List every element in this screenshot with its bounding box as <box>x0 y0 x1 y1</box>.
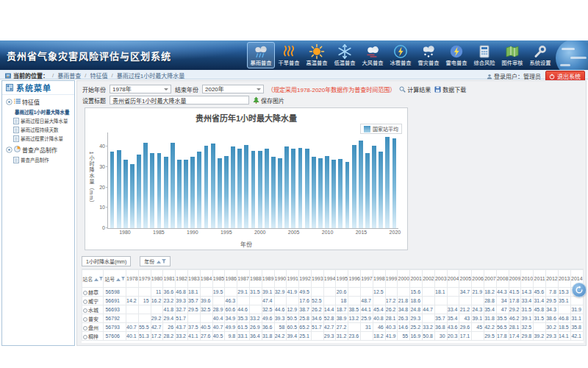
station-id: 56598 <box>104 288 126 297</box>
col-year-1986[interactable]: 1986 <box>225 270 237 288</box>
col-year-1999[interactable]: 1999 <box>385 270 398 288</box>
col-year-2006[interactable]: 2006 <box>472 270 484 288</box>
row-radio-icon[interactable] <box>83 317 87 322</box>
sidebar-item[interactable]: 暴雨过程持续天数 <box>2 125 74 134</box>
value-cell: 44.6 <box>237 305 250 314</box>
sidebar-item[interactable]: 暴雨过程累计降水量 <box>2 134 74 143</box>
col-year-1982[interactable]: 1982 <box>176 270 188 288</box>
calc-result-button[interactable]: 计算结果 <box>399 85 431 93</box>
nav-item-gale[interactable]: 大风普查 <box>359 42 387 68</box>
table-row[interactable]: 威宁5669114.21516.223.239.335.739.646.347.… <box>82 297 584 305</box>
nav-item-rainstorm[interactable]: 暴雨普查 <box>247 42 275 68</box>
col-year-1980[interactable]: 1980 <box>151 270 163 288</box>
sort-asc-icon[interactable] <box>157 258 161 263</box>
chart-title-input[interactable] <box>110 96 249 105</box>
col-station[interactable]: 站名 <box>82 270 104 288</box>
col-year-1979[interactable]: 1979 <box>138 270 151 288</box>
end-year-select[interactable]: 2020年 <box>202 85 264 93</box>
breadcrumb-item-2[interactable]: 特征值 <box>90 71 107 79</box>
col-year-1996[interactable]: 1996 <box>348 270 361 288</box>
table-row[interactable]: 桐梓5760640.151.317.228.233.241.127.640.59… <box>82 332 584 341</box>
value-cell: 47.4 <box>262 297 274 305</box>
col-year-2001[interactable]: 2001 <box>410 270 423 288</box>
row-radio-icon[interactable] <box>83 300 87 304</box>
col-year-1988[interactable]: 1988 <box>249 270 262 288</box>
row-radio-icon[interactable] <box>83 326 87 330</box>
col-year-1995[interactable]: 1995 <box>336 270 348 288</box>
save-image-button[interactable]: 保存图片 <box>253 96 284 105</box>
nav-item-high-temp[interactable]: 高温普查 <box>303 42 331 68</box>
col-year-1991[interactable]: 1991 <box>287 270 299 288</box>
col-year-1987[interactable]: 1987 <box>237 270 250 288</box>
sort-asc-icon[interactable] <box>116 276 121 281</box>
data-download-button[interactable]: 数据下载 <box>434 85 466 93</box>
nav-item-label: 雷电普查 <box>445 60 468 67</box>
start-year-select[interactable]: 1978年 <box>110 85 171 93</box>
nav-item-risk[interactable]: 综合风险 <box>470 42 498 68</box>
row-radio-icon[interactable] <box>83 335 87 339</box>
breadcrumb-item-3[interactable]: 暴雨过程1小时最大降水量 <box>117 71 184 79</box>
bar-2020 <box>391 132 398 228</box>
col-year-2000[interactable]: 2000 <box>398 270 410 288</box>
value-cell <box>237 297 250 305</box>
filter-funnel-icon[interactable] <box>99 277 103 280</box>
col-year-2004[interactable]: 2004 <box>447 270 459 288</box>
value-cell: 17.1 <box>459 332 472 341</box>
nav-item-low-temp[interactable]: 低温普查 <box>331 42 359 68</box>
filter-funnel-icon[interactable] <box>162 259 166 263</box>
table-row[interactable]: 盘州5679340.755.542.72643.737.540.540.749.… <box>82 323 584 332</box>
col-year-2008[interactable]: 2008 <box>496 270 509 288</box>
sidebar-item[interactable]: 暴雨过程日最大降水量 <box>2 116 74 125</box>
nav-item-settings[interactable]: 系统设置 <box>526 42 554 68</box>
col-year-2011[interactable]: 2011 <box>534 270 546 288</box>
nav-item-hail[interactable]: 冰雹普查 <box>387 42 415 68</box>
row-radio-icon[interactable] <box>83 308 87 313</box>
col-year-1983[interactable]: 1983 <box>187 270 200 288</box>
col-year-2010[interactable]: 2010 <box>521 270 534 288</box>
sidebar-item[interactable]: 普查产品制作 <box>2 155 74 164</box>
row-radio-icon[interactable] <box>83 291 87 295</box>
col-year-1989[interactable]: 1989 <box>262 270 274 288</box>
col-year-2005[interactable]: 2005 <box>459 270 472 288</box>
col-year-1985[interactable]: 1985 <box>212 270 225 288</box>
snow-icon <box>415 43 442 60</box>
sort-asc-icon[interactable] <box>94 276 98 281</box>
col-year-1978[interactable]: 1978 <box>126 270 138 288</box>
col-year-2007[interactable]: 2007 <box>484 270 497 288</box>
sidebar-group-0: 特征值暴雨过程1小时最大降水量暴雨过程日最大降水量暴雨过程持续天数暴雨过程累计降… <box>2 98 74 143</box>
nav-item-drought[interactable]: 干旱普查 <box>275 42 303 68</box>
refresh-float-button[interactable] <box>572 283 587 297</box>
col-year-1984[interactable]: 1984 <box>200 270 212 288</box>
col-year-1994[interactable]: 1994 <box>323 270 336 288</box>
col-year-1993[interactable]: 1993 <box>311 270 323 288</box>
col-year-1998[interactable]: 1998 <box>373 270 385 288</box>
col-year-2012[interactable]: 2012 <box>546 270 559 288</box>
breadcrumb-item-1[interactable]: 暴雨普查 <box>57 71 81 79</box>
col-year-1990[interactable]: 1990 <box>274 270 287 288</box>
col-year-2003[interactable]: 2003 <box>434 270 447 288</box>
y-tick-30: 30 <box>99 164 105 169</box>
sidebar-group-toggle[interactable]: 普查产品制作 <box>2 146 74 154</box>
sidebar-group-toggle[interactable]: 特征值 <box>2 98 74 106</box>
col-station-id[interactable]: 站号 <box>104 270 126 288</box>
col-year-1981[interactable]: 1981 <box>163 270 176 288</box>
sidebar-item[interactable]: 暴雨过程1小时最大降水量 <box>2 107 74 116</box>
value-cell: 36.4 <box>249 332 262 341</box>
col-year-1992[interactable]: 1992 <box>299 270 312 288</box>
settings-icon <box>527 43 553 60</box>
col-year-2002[interactable]: 2002 <box>423 270 435 288</box>
filter-funnel-icon[interactable] <box>121 277 125 280</box>
nav-item-snow[interactable]: 雪灾普查 <box>415 42 442 68</box>
value-cell <box>373 297 385 305</box>
table-row[interactable]: 赫章565981136.646.818.119.529.131.539.132.… <box>82 288 584 297</box>
table-row[interactable]: 普安5679229.229.451.740.434.935.333.249.63… <box>82 314 584 323</box>
nav-item-lightning[interactable]: 雷电普查 <box>442 42 470 68</box>
col-year-2013[interactable]: 2013 <box>558 270 570 288</box>
col-year-1997[interactable]: 1997 <box>361 270 373 288</box>
value-cell: 51.3 <box>138 332 151 341</box>
table-row[interactable]: 水城5669341.832.729.532.528.960.644.632.54… <box>82 305 584 314</box>
nav-item-map-review[interactable]: 图件审核 <box>498 42 526 68</box>
value-cell: 11 <box>151 288 163 297</box>
col-year-2009[interactable]: 2009 <box>509 270 521 288</box>
year-filter-box[interactable]: 年份 <box>140 256 171 266</box>
